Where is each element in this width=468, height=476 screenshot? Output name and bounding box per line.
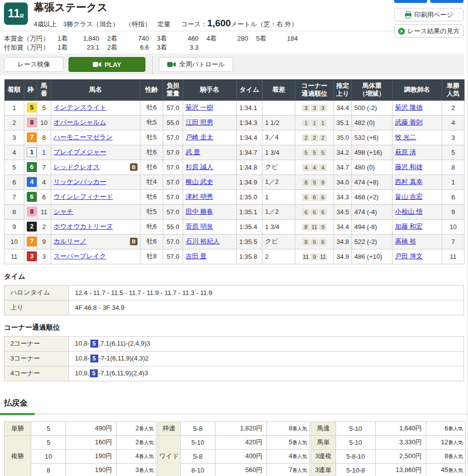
- corner-pass-box: 6: [319, 209, 327, 216]
- popularity-number: 6: [445, 424, 448, 432]
- horse-link[interactable]: レッドクレオス: [54, 163, 100, 171]
- horse-link[interactable]: ホウオウカトリーヌ: [54, 223, 113, 230]
- bet-type-cell: 馬連: [311, 421, 336, 435]
- course-label: コース：: [181, 20, 207, 28]
- results-body: 155インテンスライト牡657.0菊沢 一樹1:34.133334.4500 (…: [4, 100, 465, 264]
- trainer-link[interactable]: 戸田 博文: [395, 252, 423, 260]
- blinker-badge: B: [130, 238, 137, 245]
- patrol-label: 全周パトロール: [179, 60, 225, 69]
- corner-pass-box: 5: [302, 149, 310, 156]
- finish-position-cell: 3: [4, 130, 24, 145]
- prize-rank-label: 4着: [206, 34, 222, 43]
- corner-pass-box: 3: [302, 105, 310, 112]
- play-button[interactable]: PLAY: [68, 57, 145, 72]
- trainer-link[interactable]: 加藤 和宏: [395, 223, 423, 230]
- combination-cell: 5-8-10: [336, 449, 376, 463]
- horse-link[interactable]: シャチ: [54, 208, 73, 215]
- horse-name-cell: シャチ: [51, 204, 140, 219]
- race-video-label: レース映像: [17, 60, 50, 69]
- corner-order-value: 10,8-5,7,1(6,11)-(2,4,9)3: [69, 336, 464, 351]
- horse-link[interactable]: ウインレフィナード: [54, 193, 113, 200]
- jockey-link[interactable]: 武 豊: [186, 148, 201, 156]
- last-3f-cell: 34.8: [334, 234, 352, 249]
- lap-time-value: 12.4 - 11.7 - 11.5 - 11.7 - 11.9 - 11.7 …: [69, 285, 464, 300]
- trainer-link[interactable]: 藤沢 和雄: [395, 163, 423, 171]
- lap-time-value: 4F 46.8 - 3F 34.9: [69, 300, 464, 315]
- course-detail: メートル（芝・右 外）: [231, 20, 298, 28]
- horse-link[interactable]: インテンスライト: [54, 104, 106, 111]
- trainer-cell: 萩原 清: [393, 145, 442, 160]
- cut-off-blue-button-1[interactable]: [394, 0, 427, 3]
- jockey-link[interactable]: 石川 裕紀人: [186, 238, 220, 245]
- race-number: 11: [8, 7, 20, 20]
- sex-age-cell: 牡8: [140, 249, 163, 264]
- trainer-link[interactable]: 萩原 清: [395, 148, 416, 156]
- jockey-link[interactable]: 菅原 明良: [186, 223, 213, 230]
- payout-popularity-cell: 2番人気: [117, 435, 156, 449]
- sex-age-cell: 牡6: [140, 160, 163, 175]
- frame-cell: 6: [24, 189, 37, 204]
- time-cell: 1:35.4: [237, 219, 263, 234]
- race-video-button[interactable]: レース映像: [4, 57, 64, 72]
- bet-type-cell: 3連単: [311, 463, 336, 476]
- trainer-link[interactable]: 西村 真幸: [395, 178, 423, 185]
- payout-popularity-cell: 12番人気: [426, 435, 466, 449]
- finish-position-cell: 9: [4, 219, 24, 234]
- corner-order-cell: 666: [295, 204, 334, 219]
- time-cell: 1:35.1: [237, 204, 263, 219]
- corner-pass-box: 5: [311, 149, 318, 156]
- frame-number-badge: 5: [27, 103, 37, 113]
- cut-off-blue-button-2[interactable]: [430, 0, 464, 3]
- popularity-number: 4: [289, 452, 292, 460]
- corner-pass-box: 6: [311, 238, 318, 245]
- trainer-link[interactable]: 小桧山 悟: [395, 208, 423, 215]
- jockey-link[interactable]: 杉原 誠人: [186, 163, 213, 171]
- horse-number-cell: 2: [37, 219, 51, 234]
- combination-cell: 8: [31, 463, 66, 476]
- horse-link[interactable]: ハーモニーマゼラン: [54, 133, 113, 141]
- result-row: 8811シャチ牡557.0田中 勝春1:35.11／266634.5474 (-…: [4, 204, 465, 219]
- jockey-link[interactable]: 横山 武史: [186, 178, 213, 185]
- jockey-link[interactable]: 津村 明秀: [186, 193, 213, 200]
- trainer-link[interactable]: 畠山 吉宏: [395, 193, 423, 200]
- horse-link[interactable]: ブレイブメジャー: [54, 148, 106, 156]
- corner-pass-box: 1: [319, 119, 327, 126]
- last-3f-cell: 34.2: [334, 145, 352, 160]
- corner-pass-box: 2: [302, 134, 310, 141]
- results-header-row: 着順枠馬番馬名性齢負担 重量騎手名タイム着差コーナー 通過順位推定 上り馬体重 …: [4, 79, 465, 100]
- finish-position-cell: 8: [4, 204, 24, 219]
- trainer-link[interactable]: 牧 光二: [395, 133, 416, 141]
- jockey-link[interactable]: 菊沢 一樹: [186, 104, 213, 111]
- prize-value: 6.6: [123, 43, 149, 52]
- corner-pass-box: 9: [319, 224, 327, 231]
- jockey-link[interactable]: 田中 勝春: [186, 208, 213, 215]
- prize-value: 460: [173, 34, 199, 43]
- payout-table: 単勝5490円2番人気複勝5160円2番人気10190円4番人気8190円3番人…: [4, 421, 156, 476]
- margin-cell: 1 3/4: [263, 219, 295, 234]
- horse-link[interactable]: オパールシャルム: [54, 119, 106, 126]
- corner-pass-box: 6: [319, 194, 327, 201]
- horse-link[interactable]: スーパーブレイク: [54, 252, 106, 260]
- corner-label: 4コーナー: [4, 366, 69, 381]
- payout-table: 枠連5-81,820円8番人気ワイド5-10420円5番人気5-8400円4番人…: [157, 421, 310, 476]
- print-page-button[interactable]: 印刷用ページ: [394, 8, 464, 21]
- trainer-link[interactable]: 菊沢 隆徳: [395, 104, 423, 111]
- horse-link[interactable]: リッケンバッカー: [54, 178, 106, 185]
- corner-order-cell: 444: [295, 160, 334, 175]
- trainer-link[interactable]: 武藤 善則: [395, 119, 423, 126]
- jockey-link[interactable]: 江田 照男: [186, 119, 213, 126]
- horse-name-cell: スーパーブレイク: [51, 249, 140, 264]
- sex-age-cell: 牡6: [140, 100, 163, 115]
- trainer-cell: 武藤 善則: [393, 115, 442, 130]
- horse-link[interactable]: カルリーノ: [54, 238, 86, 245]
- prize-money-block: 本賞金（万円）1着1,8402着7403着4604着2805着184付加賞（万円…: [4, 34, 306, 52]
- patrol-video-button[interactable]: 全周パトロール: [159, 57, 233, 72]
- popularity-number: 2: [135, 438, 139, 446]
- column-header: 馬番: [37, 79, 51, 100]
- trainer-link[interactable]: 高橋 裕: [395, 238, 416, 245]
- result-guide-button[interactable]: レース結果の見方: [394, 24, 464, 38]
- payout-amount-cell: 560円: [215, 463, 267, 476]
- jockey-link[interactable]: 戸崎 圭太: [186, 133, 213, 141]
- jockey-link[interactable]: 吉田 豊: [186, 252, 207, 260]
- column-header: タイム: [237, 79, 263, 100]
